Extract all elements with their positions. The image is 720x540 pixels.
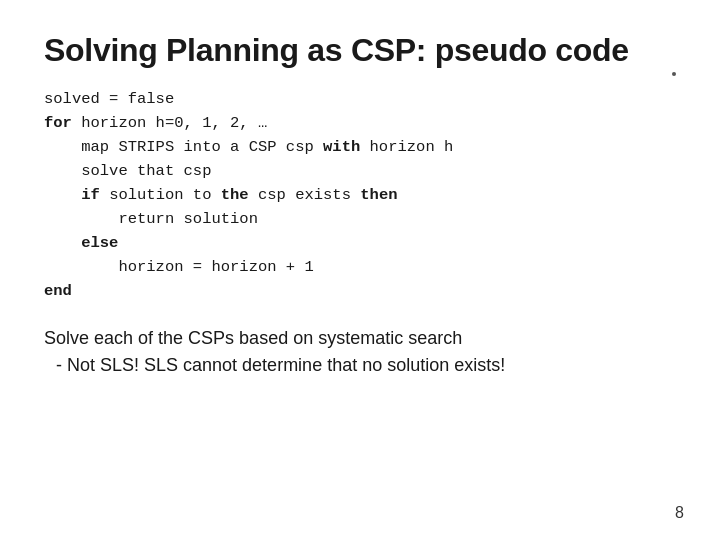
code-block: solved = false for horizon h=0, 1, 2, … …: [44, 87, 676, 303]
prose-section: Solve each of the CSPs based on systemat…: [44, 325, 676, 379]
code-line-8: horizon = horizon + 1: [44, 258, 314, 276]
code-line-7: else: [44, 234, 118, 252]
code-line-1: solved = false: [44, 90, 174, 108]
code-line-9: end: [44, 282, 72, 300]
code-line-6: return solution: [44, 210, 258, 228]
decorative-dot: [672, 72, 676, 76]
page-number: 8: [675, 504, 684, 522]
prose-line-1: Solve each of the CSPs based on systemat…: [44, 325, 676, 352]
slide: Solving Planning as CSP: pseudo code sol…: [0, 0, 720, 540]
prose-line-2: - Not SLS! SLS cannot determine that no …: [56, 352, 676, 379]
code-line-5: if solution to the csp exists then: [44, 186, 398, 204]
code-line-3: map STRIPS into a CSP csp with horizon h: [44, 138, 453, 156]
code-line-2: for horizon h=0, 1, 2, …: [44, 114, 267, 132]
code-line-4: solve that csp: [44, 162, 211, 180]
slide-title: Solving Planning as CSP: pseudo code: [44, 32, 676, 69]
